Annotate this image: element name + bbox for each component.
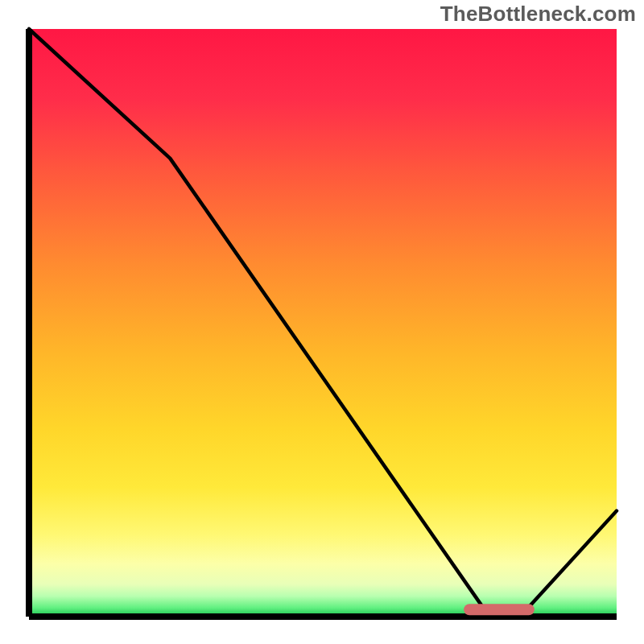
chart-frame: TheBottleneck.com xyxy=(0,0,644,644)
gradient-background xyxy=(29,29,617,617)
plot-area xyxy=(29,29,617,617)
bottleneck-chart xyxy=(0,0,644,644)
watermark-text: TheBottleneck.com xyxy=(440,2,636,27)
optimal-range-marker xyxy=(464,604,535,615)
